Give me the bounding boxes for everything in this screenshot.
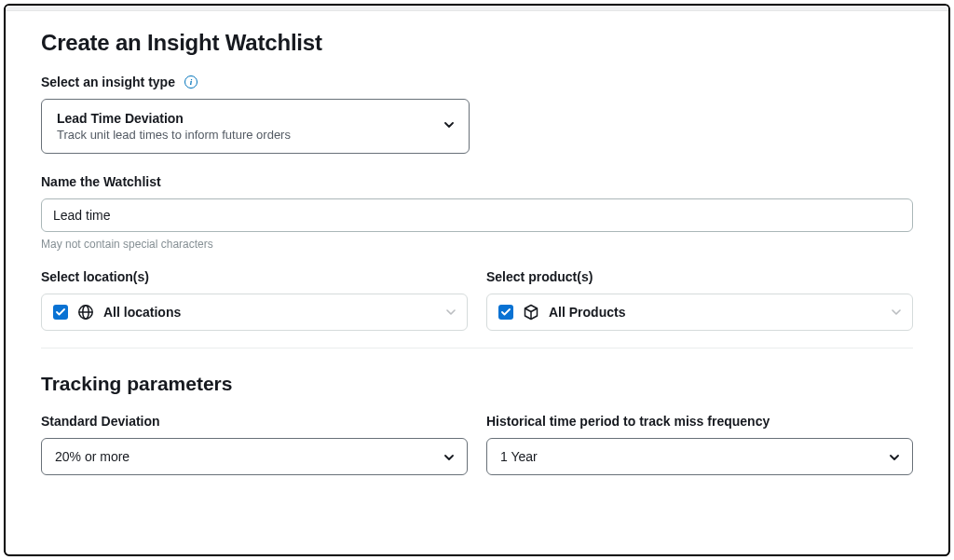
locations-field: Select location(s) All locations [41,269,468,331]
page-title: Create an Insight Watchlist [41,30,913,56]
std-dev-value: 20% or more [55,449,129,464]
window-frame: Create an Insight Watchlist Select an in… [4,4,950,556]
watchlist-name-input[interactable] [41,198,913,232]
products-selected-text: All Products [549,305,625,320]
label-row: Name the Watchlist [41,174,913,189]
insight-type-selected-desc: Track unit lead times to inform future o… [57,128,291,142]
label-row: Select product(s) [486,269,913,284]
label-row: Select location(s) [41,269,468,284]
products-label: Select product(s) [486,269,593,284]
page-content: Create an Insight Watchlist Select an in… [6,11,948,514]
locations-checkbox[interactable] [53,305,68,320]
chevron-down-icon [890,448,899,465]
std-dev-select[interactable]: 20% or more [41,438,468,475]
location-product-row: Select location(s) All locations [41,269,913,331]
box-icon [523,304,539,321]
locations-selected-text: All locations [103,305,181,320]
time-period-label: Historical time period to track miss fre… [486,414,770,429]
insight-type-text: Lead Time Deviation Track unit lead time… [57,111,291,142]
products-checkbox[interactable] [498,305,513,320]
chevron-down-icon [444,122,454,131]
globe-icon [77,304,94,321]
tracking-row: Standard Deviation 20% or more Historica… [41,414,913,475]
insight-type-label: Select an insight type [41,75,175,89]
std-dev-field: Standard Deviation 20% or more [41,414,468,475]
info-icon[interactable]: i [184,75,198,89]
products-field: Select product(s) All Products [486,269,913,331]
locations-select[interactable]: All locations [41,294,468,331]
watchlist-name-label: Name the Watchlist [41,174,161,189]
section-divider [41,348,913,348]
chevron-down-icon [444,448,454,465]
time-period-field: Historical time period to track miss fre… [486,414,913,475]
products-select[interactable]: All Products [486,294,913,331]
watchlist-name-field: Name the Watchlist May not contain speci… [41,174,913,251]
time-period-value: 1 Year [500,449,538,464]
label-row: Historical time period to track miss fre… [486,414,913,429]
chevron-down-icon [446,309,456,316]
tracking-parameters-title: Tracking parameters [41,373,913,395]
std-dev-label: Standard Deviation [41,414,160,429]
insight-type-select[interactable]: Lead Time Deviation Track unit lead time… [41,99,470,154]
time-period-select[interactable]: 1 Year [486,438,913,475]
label-row: Select an insight type i [41,75,913,89]
insight-type-selected-title: Lead Time Deviation [57,111,291,126]
locations-label: Select location(s) [41,269,149,284]
label-row: Standard Deviation [41,414,468,429]
insight-type-field: Select an insight type i Lead Time Devia… [41,75,913,154]
select-left: All locations [53,304,181,321]
watchlist-name-helper: May not contain special characters [41,238,913,251]
select-left: All Products [498,304,625,321]
chevron-down-icon [892,309,901,316]
